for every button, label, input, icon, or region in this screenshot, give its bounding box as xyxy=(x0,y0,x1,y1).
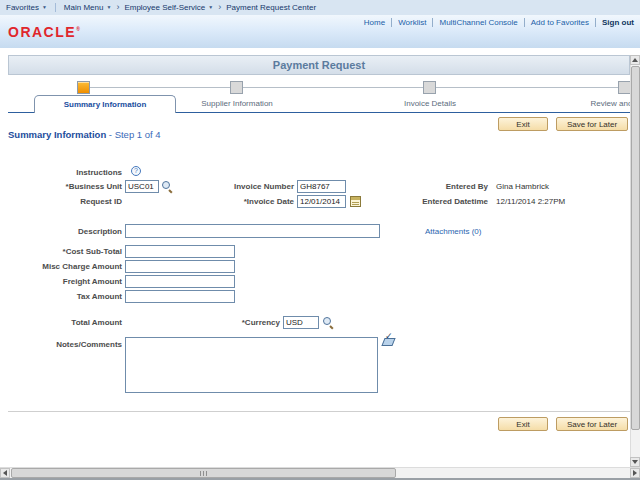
invoice-date-label: *Invoice Date xyxy=(160,197,294,206)
freight-amount-input[interactable] xyxy=(125,275,235,288)
help-icon[interactable]: ? xyxy=(131,166,141,176)
triangle-down-icon xyxy=(632,460,638,464)
cost-subtotal-input[interactable] xyxy=(125,245,235,258)
tab-invoice-details[interactable]: Invoice Details xyxy=(404,99,456,108)
scrollbar-grip xyxy=(200,471,208,476)
section-heading: Summary Information - Step 1 of 4 xyxy=(8,129,161,140)
step-indicator-invoice[interactable] xyxy=(423,81,436,94)
triangle-left-icon xyxy=(3,470,7,476)
save-for-later-button-bottom[interactable]: Save for Later xyxy=(556,417,628,431)
sign-out-link[interactable]: Sign out xyxy=(602,18,634,27)
footer-divider xyxy=(8,411,630,412)
tab-supplier-information[interactable]: Supplier Information xyxy=(201,99,273,108)
entered-datetime-label: Entered Datetime xyxy=(380,197,488,206)
header-separator xyxy=(524,18,525,27)
currency-lookup-icon[interactable] xyxy=(323,317,334,328)
breadcrumb-employee-self-service[interactable]: Employee Self-Service ▼ xyxy=(124,3,213,12)
invoice-date-input[interactable] xyxy=(297,195,346,208)
business-unit-label: *Business Unit xyxy=(0,182,122,191)
calendar-icon[interactable] xyxy=(350,196,361,207)
misc-charge-input[interactable] xyxy=(125,260,235,273)
scroll-up-button[interactable] xyxy=(630,55,640,65)
breadcrumb-favorites[interactable]: Favorites ▼ xyxy=(6,3,47,12)
notes-comments-label: Notes/Comments xyxy=(0,340,122,349)
stepper-connector-line xyxy=(84,87,625,88)
payment-request-page: Favorites ▼ Main Menu ▼ › Employee Self-… xyxy=(0,0,640,480)
exit-button-bottom[interactable]: Exit xyxy=(498,417,548,431)
cost-subtotal-label: *Cost Sub-Total xyxy=(0,247,122,256)
horizontal-scrollbar-thumb[interactable] xyxy=(11,468,396,478)
breadcrumb-ess-label: Employee Self-Service xyxy=(124,3,205,12)
chevron-right-icon: › xyxy=(116,3,119,12)
page-title-bar: Payment Request xyxy=(8,55,630,75)
breadcrumb-prc-label: Payment Request Center xyxy=(226,3,316,12)
total-amount-label: Total Amount xyxy=(0,318,122,327)
header-separator xyxy=(391,18,392,27)
breadcrumb: Favorites ▼ Main Menu ▼ › Employee Self-… xyxy=(0,0,640,15)
misc-charge-label: Misc Charge Amount xyxy=(0,262,122,271)
tax-amount-label: Tax Amount xyxy=(0,292,122,301)
triangle-up-icon xyxy=(632,58,638,62)
page-title: Payment Request xyxy=(273,59,365,71)
chevron-right-icon: › xyxy=(218,3,221,12)
step-indicator-summary[interactable] xyxy=(77,81,90,94)
spell-check-icon[interactable]: ✓ xyxy=(382,335,395,346)
freight-amount-label: Freight Amount xyxy=(0,277,122,286)
vertical-scrollbar[interactable] xyxy=(630,55,640,467)
step-indicator-supplier[interactable] xyxy=(230,81,243,94)
notes-comments-textarea[interactable] xyxy=(125,337,378,393)
vertical-scrollbar-thumb[interactable] xyxy=(631,66,640,430)
invoice-number-input[interactable] xyxy=(297,180,346,193)
add-to-favorites-link[interactable]: Add to Favorites xyxy=(531,18,589,27)
attachments-link[interactable]: Attachments (0) xyxy=(425,227,481,236)
horizontal-scrollbar[interactable] xyxy=(0,467,640,478)
request-id-label: Request ID xyxy=(0,197,122,206)
tab-summary-information[interactable]: Summary Information xyxy=(34,95,176,113)
save-for-later-button[interactable]: Save for Later xyxy=(556,117,628,131)
currency-label: *Currency xyxy=(160,318,280,327)
header-band: ORACLE® Home Worklist MultiChannel Conso… xyxy=(0,15,640,48)
tax-amount-input[interactable] xyxy=(125,290,235,303)
caret-down-icon: ▼ xyxy=(208,5,213,10)
description-label: Description xyxy=(0,227,122,236)
exit-button[interactable]: Exit xyxy=(498,117,548,131)
caret-down-icon: ▼ xyxy=(42,5,47,10)
header-separator xyxy=(595,18,596,27)
description-input[interactable] xyxy=(125,224,380,238)
header-links: Home Worklist MultiChannel Console Add t… xyxy=(364,18,634,27)
worklist-link[interactable]: Worklist xyxy=(398,18,426,27)
header-separator xyxy=(432,18,433,27)
home-link[interactable]: Home xyxy=(364,18,385,27)
entered-by-label: Entered By xyxy=(380,182,488,191)
scroll-down-button[interactable] xyxy=(630,457,640,467)
section-heading-title: Summary Information xyxy=(8,129,106,140)
multichannel-console-link[interactable]: MultiChannel Console xyxy=(439,18,517,27)
oracle-logo-text: ORACLE xyxy=(8,24,76,40)
scroll-right-button[interactable] xyxy=(630,468,640,478)
breadcrumb-divider xyxy=(55,3,56,12)
breadcrumb-favorites-label: Favorites xyxy=(6,3,39,12)
spell-check-glyph: ✓ xyxy=(385,331,393,341)
caret-down-icon: ▼ xyxy=(106,5,111,10)
business-unit-input[interactable] xyxy=(125,180,159,193)
breadcrumb-main-menu[interactable]: Main Menu ▼ xyxy=(64,3,112,12)
oracle-logo: ORACLE® xyxy=(8,24,80,40)
triangle-right-icon xyxy=(633,470,637,476)
currency-input[interactable] xyxy=(283,316,319,329)
entered-by-value: Gina Hambrick xyxy=(496,182,549,191)
invoice-number-label: Invoice Number xyxy=(160,182,294,191)
section-heading-step: - Step 1 of 4 xyxy=(109,129,161,140)
scroll-left-button[interactable] xyxy=(0,468,10,478)
breadcrumb-main-menu-label: Main Menu xyxy=(64,3,104,12)
entered-datetime-value: 12/11/2014 2:27PM xyxy=(496,197,565,206)
breadcrumb-payment-request-center[interactable]: Payment Request Center xyxy=(226,3,316,12)
instructions-label: Instructions xyxy=(0,168,122,177)
